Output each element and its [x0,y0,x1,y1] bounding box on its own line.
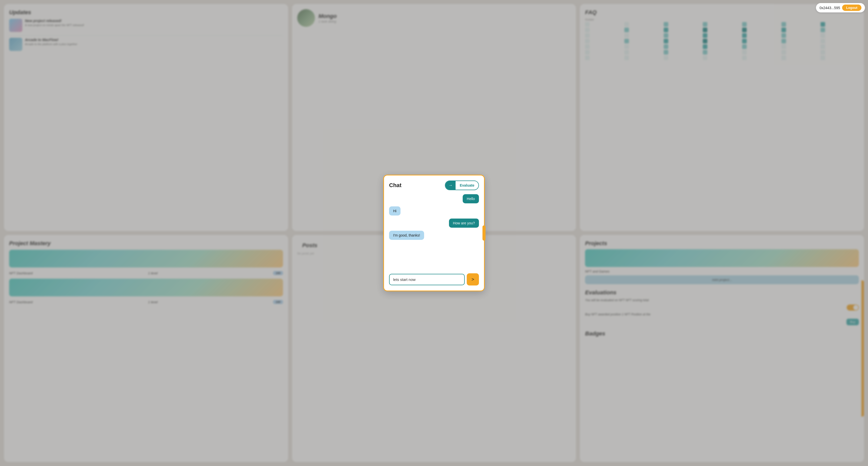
messages-area: HelloHiHow are you?I'm good, thanks! [389,194,479,269]
wallet-address: 0x2443...595 [819,6,840,10]
modal-overlay[interactable]: Chat → Evaluate HelloHiHow are you?I'm g… [0,0,868,466]
evaluate-button[interactable]: → Evaluate [445,180,479,190]
message-row: How are you? [389,219,479,228]
message-row: I'm good, thanks! [389,231,479,240]
scroll-indicator [483,225,486,241]
wallet-bar: 0x2443...595 Logout [816,3,865,12]
evaluate-label: Evaluate [456,181,478,189]
send-icon: > [471,277,474,282]
message-bubble: Hi [389,206,401,215]
logout-button[interactable]: Logout [842,5,861,11]
message-row: Hello [389,194,479,203]
send-button[interactable]: > [467,273,479,286]
message-bubble: Hello [463,194,479,203]
message-row: Hi [389,206,479,215]
message-bubble: I'm good, thanks! [389,231,424,240]
message-bubble: How are you? [449,219,479,228]
chat-modal: Chat → Evaluate HelloHiHow are you?I'm g… [383,175,485,291]
chat-header: Chat → Evaluate [389,180,479,190]
chat-input[interactable] [389,274,465,285]
chat-title: Chat [389,182,402,189]
evaluate-arrow-icon: → [445,181,456,190]
input-row: > [389,273,479,286]
